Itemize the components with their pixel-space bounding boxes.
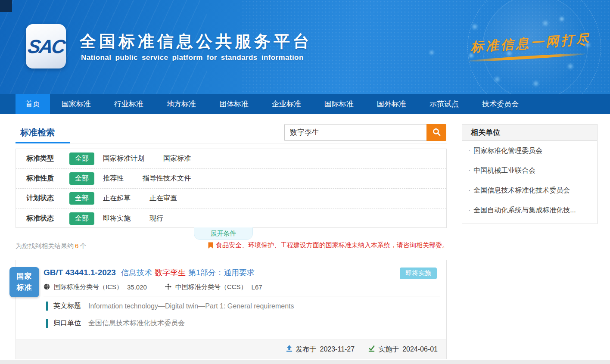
filter-panel: 标准类型 全部 国家标准计划 国家标准 标准性质 全部 推荐性 指导性技术文件 … bbox=[16, 149, 447, 228]
filter-option[interactable]: 指导性技术文件 bbox=[143, 174, 191, 183]
filter-all-badge[interactable]: 全部 bbox=[69, 192, 94, 205]
site-title: 全国标准信息公共服务平台 bbox=[80, 31, 312, 53]
filter-option[interactable]: 即将实施 bbox=[103, 214, 131, 223]
standard-type-badge-line1: 国家 bbox=[9, 271, 39, 282]
standard-code: GB/T 43441.1-2023 bbox=[44, 268, 116, 277]
detail-row-english-title: 英文标题 Information technology—Digital twin… bbox=[46, 302, 294, 311]
expand-conditions-button[interactable]: 展开条件 bbox=[194, 227, 253, 240]
ccs-value: L67 bbox=[252, 283, 262, 291]
detail-value: Information technology—Digital twin—Part… bbox=[88, 302, 294, 310]
result-count-number: 6 bbox=[74, 242, 80, 249]
bullet: · bbox=[468, 206, 470, 214]
ics-value: 35.020 bbox=[127, 283, 147, 291]
filter-row-standard-nature: 标准性质 全部 推荐性 指导性技术文件 bbox=[16, 169, 446, 189]
detail-bar-decor bbox=[46, 302, 48, 311]
ics-label: 国际标准分类号（ICS） bbox=[54, 283, 123, 291]
magnifier-icon bbox=[432, 128, 441, 138]
sac-logo[interactable]: SAC bbox=[26, 24, 66, 68]
filter-label: 计划状态 bbox=[26, 194, 69, 203]
filter-row-plan-status: 计划状态 全部 正在起草 正在审查 bbox=[16, 189, 446, 208]
filter-label: 标准状态 bbox=[26, 214, 69, 223]
bullet: · bbox=[468, 147, 470, 154]
globe-icon bbox=[44, 283, 54, 291]
implemented-date-item: 实施于 2024-06-01 bbox=[368, 345, 438, 354]
standard-title-highlight: 数字孪生 bbox=[155, 268, 186, 277]
active-tab-underline bbox=[16, 142, 70, 143]
sidebar-item-machinery-federation[interactable]: ·中国机械工业联合会 bbox=[462, 161, 597, 180]
sidebar-item-label: 中国机械工业联合会 bbox=[473, 167, 535, 174]
detail-bar-decor bbox=[46, 319, 48, 328]
ccs-group: 中国标准分类号（CCS） L67 bbox=[165, 283, 262, 291]
card-footer: 发布于 2023-11-27 实施于 2024-06-01 bbox=[16, 339, 446, 359]
implemented-label: 实施于 bbox=[378, 345, 399, 354]
filter-option[interactable]: 国家标准计划 bbox=[103, 154, 144, 163]
result-count-suffix: 个 bbox=[80, 242, 86, 249]
result-count: 为您找到相关结果约6个 bbox=[16, 242, 86, 250]
card-divider bbox=[44, 296, 440, 296]
sidebar-item-label: 全国自动化系统与集成标准化技... bbox=[473, 206, 576, 214]
nav-item-enterprise-standard[interactable]: 企业标准 bbox=[260, 94, 313, 114]
filter-option[interactable]: 正在起草 bbox=[103, 194, 131, 203]
filter-row-standard-status: 标准状态 全部 即将实施 现行 bbox=[16, 208, 446, 228]
page: SAC 全国标准信息公共服务平台 National public service… bbox=[0, 0, 610, 364]
tab-row-divider bbox=[16, 143, 447, 143]
ics-group: 国际标准分类号（ICS） 35.020 bbox=[44, 283, 147, 291]
nav-item-international-standard[interactable]: 国际标准 bbox=[313, 94, 365, 114]
sidebar-item-label: 国家标准化管理委员会 bbox=[473, 147, 542, 154]
published-label: 发布于 bbox=[296, 345, 317, 354]
filter-all-badge[interactable]: 全部 bbox=[69, 172, 94, 185]
bullet: · bbox=[468, 167, 470, 174]
sidebar-item-sac[interactable]: ·国家标准化管理委员会 bbox=[462, 141, 597, 161]
nav-item-foreign-standard[interactable]: 国外标准 bbox=[365, 94, 418, 114]
upload-icon bbox=[286, 345, 293, 354]
filter-option[interactable]: 推荐性 bbox=[103, 174, 124, 183]
filter-option[interactable]: 正在审查 bbox=[149, 194, 177, 203]
published-date-item: 发布于 2023-11-27 bbox=[286, 345, 355, 354]
nav-item-pilot[interactable]: 示范试点 bbox=[418, 94, 470, 114]
nav-item-technical-committee[interactable]: 技术委员会 bbox=[470, 94, 530, 114]
notice-text: 食品安全、环境保护、工程建设方面的国家标准未纳入本系统，请咨询相关部委。 bbox=[216, 241, 448, 249]
nav-item-national-standard[interactable]: 国家标准 bbox=[50, 94, 103, 114]
filter-all-badge[interactable]: 全部 bbox=[69, 152, 94, 165]
standard-type-badge-line2: 标准 bbox=[9, 282, 39, 293]
compass-icon bbox=[165, 283, 175, 291]
detail-row-competent-unit: 归口单位 全国信息技术标准化技术委员会 bbox=[46, 319, 185, 328]
main-nav: 首页 国家标准 行业标准 地方标准 团体标准 企业标准 国际标准 国外标准 示范… bbox=[0, 94, 610, 114]
filter-all-badge[interactable]: 全部 bbox=[69, 212, 94, 225]
status-badge: 即将实施 bbox=[400, 268, 437, 279]
check-icon bbox=[368, 345, 375, 354]
related-units-panel: 相关单位 ·国家标准化管理委员会 ·中国机械工业联合会 ·全国信息技术标准化技术… bbox=[462, 124, 598, 224]
sidebar-item-label: 全国信息技术标准化技术委员会 bbox=[473, 187, 570, 194]
bullet: · bbox=[468, 187, 470, 194]
published-date: 2023-11-27 bbox=[320, 345, 355, 353]
nav-item-group-standard[interactable]: 团体标准 bbox=[208, 94, 260, 114]
sac-logo-text: SAC bbox=[26, 36, 65, 57]
filter-option[interactable]: 现行 bbox=[149, 214, 163, 223]
filter-row-standard-type: 标准类型 全部 国家标准计划 国家标准 bbox=[16, 149, 446, 169]
result-count-prefix: 为您找到相关结果约 bbox=[16, 242, 74, 249]
nav-item-home[interactable]: 首页 bbox=[16, 94, 50, 114]
standard-type-badge: 国家 标准 bbox=[9, 267, 39, 297]
related-units-title: 相关单位 bbox=[462, 124, 597, 141]
search-button[interactable] bbox=[426, 124, 446, 141]
header-corner-decor bbox=[0, 0, 12, 12]
nav-item-industry-standard[interactable]: 行业标准 bbox=[103, 94, 155, 114]
search-input[interactable] bbox=[284, 124, 426, 141]
sidebar-item-automation-committee[interactable]: ·全国自动化系统与集成标准化技... bbox=[462, 200, 597, 220]
detail-label: 归口单位 bbox=[53, 319, 81, 328]
bookmark-icon bbox=[208, 241, 213, 251]
detail-value: 全国信息技术标准化技术委员会 bbox=[88, 319, 185, 328]
search-bar bbox=[284, 124, 446, 141]
implemented-date: 2024-06-01 bbox=[402, 345, 438, 353]
filter-label: 标准性质 bbox=[26, 174, 69, 183]
detail-label: 英文标题 bbox=[53, 302, 81, 311]
sidebar-item-it-standardization-committee[interactable]: ·全国信息技术标准化技术委员会 bbox=[462, 180, 597, 200]
standard-title-link[interactable]: GB/T 43441.1-2023信息技术数字孪生第1部分：通用要求 bbox=[44, 268, 255, 278]
site-header: SAC 全国标准信息公共服务平台 National public service… bbox=[0, 0, 610, 94]
system-notice: 食品安全、环境保护、工程建设方面的国家标准未纳入本系统，请咨询相关部委。 bbox=[208, 241, 448, 251]
filter-option[interactable]: 国家标准 bbox=[163, 154, 191, 163]
sparkle-dots-decor bbox=[457, 13, 458, 15]
search-tab-title[interactable]: 标准检索 bbox=[20, 127, 55, 138]
classification-row: 国际标准分类号（ICS） 35.020 中国标准分类号（CCS） L67 bbox=[44, 283, 262, 291]
nav-item-local-standard[interactable]: 地方标准 bbox=[155, 94, 208, 114]
